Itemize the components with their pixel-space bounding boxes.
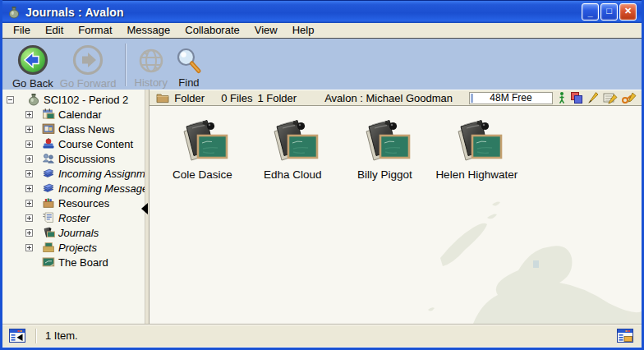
- course-tree-panel: SCI102 - Period 2 Calendar Class News Co…: [2, 90, 145, 324]
- tree-item-class-news[interactable]: Class News: [2, 122, 145, 136]
- member-person-icon[interactable]: [558, 91, 566, 104]
- file-count: 0 Files: [221, 92, 252, 104]
- history-globe-icon: [136, 46, 166, 76]
- minimize-button[interactable]: _: [582, 3, 599, 21]
- tree-item-journals[interactable]: Journals: [2, 225, 145, 240]
- layers-icon[interactable]: [570, 91, 583, 104]
- go-forward-icon: [71, 44, 104, 76]
- tree-label: Resources: [58, 197, 109, 210]
- menu-file[interactable]: File: [6, 23, 38, 38]
- free-space-gauge: 48M Free: [469, 92, 553, 104]
- people-icon: [42, 152, 55, 165]
- roster-list-icon: [42, 211, 55, 224]
- maximize-button[interactable]: □: [600, 3, 618, 21]
- find-magnifier-icon: [174, 46, 204, 76]
- find-label: Find: [178, 76, 199, 89]
- tree-label: Journals: [58, 227, 99, 239]
- expand-plus-icon[interactable]: [25, 244, 33, 251]
- menu-collaborate[interactable]: Collaborate: [177, 23, 247, 38]
- tree-label: Course Content: [58, 138, 133, 150]
- folder-count: 1 Folder: [257, 92, 297, 104]
- toggle-left-panel-icon[interactable]: [9, 329, 25, 343]
- tree-label: Class News: [58, 123, 115, 136]
- toolbar-separator: [125, 44, 126, 86]
- go-back-label: Go Back: [12, 77, 53, 90]
- folder-info-bar: Folder 0 Files 1 Folder Avalon : Michael…: [150, 90, 642, 106]
- go-back-button[interactable]: Go Back: [9, 42, 57, 91]
- tree-item-projects[interactable]: Projects: [2, 240, 145, 255]
- maximize-icon: □: [606, 7, 612, 16]
- journal-item-helen-highwater[interactable]: Helen Highwater: [427, 117, 526, 181]
- expand-plus-icon[interactable]: [25, 200, 33, 207]
- tree-item-calendar[interactable]: Calendar: [2, 107, 145, 122]
- menu-message[interactable]: Message: [120, 23, 178, 38]
- window-titlebar[interactable]: Journals : Avalon _ □ ✕: [2, 0, 642, 23]
- folder-type-label: Folder: [174, 92, 205, 104]
- toolbar: Go Back Go Forward History Find: [2, 39, 642, 90]
- map-watermark: [395, 188, 642, 324]
- go-forward-label: Go Forward: [60, 77, 117, 90]
- expand-plus-icon[interactable]: [25, 170, 33, 177]
- journal-book-icon: [266, 117, 319, 165]
- menu-bar: File Edit Format Message Collaborate Vie…: [2, 23, 642, 39]
- journal-name-label: Edha Cloud: [264, 168, 322, 181]
- journal-book-icon: [358, 117, 411, 165]
- chalkboard-icon: [42, 256, 55, 269]
- tree-item-resources[interactable]: Resources: [2, 196, 145, 210]
- go-forward-button[interactable]: Go Forward: [57, 42, 120, 91]
- journal-item-cole-dasice[interactable]: Cole Dasice: [153, 117, 251, 181]
- history-button[interactable]: History: [131, 42, 171, 90]
- menu-help[interactable]: Help: [285, 23, 322, 38]
- close-icon: ✕: [624, 7, 632, 16]
- tree-item-the-board[interactable]: The Board: [2, 255, 145, 269]
- tree-label: Incoming Assignments: [58, 168, 145, 180]
- pencil-icon[interactable]: [587, 91, 599, 104]
- expand-plus-icon[interactable]: [25, 126, 33, 133]
- server-user-label: Avalon : Michael Goodman: [324, 92, 453, 104]
- tree-item-course-root[interactable]: SCI102 - Period 2: [2, 92, 145, 107]
- journal-item-edha-cloud[interactable]: Edha Cloud: [243, 117, 342, 181]
- tree-item-roster[interactable]: Roster: [2, 210, 145, 225]
- minimize-icon: _: [587, 8, 592, 17]
- edit-notepad-icon[interactable]: [603, 91, 618, 104]
- expand-plus-icon[interactable]: [25, 214, 33, 222]
- collapse-expander-icon[interactable]: [7, 96, 14, 104]
- tree-item-course-content[interactable]: Course Content: [2, 136, 145, 151]
- tree-label: Projects: [58, 242, 97, 254]
- menu-format[interactable]: Format: [71, 23, 119, 38]
- app-window: Journals : Avalon _ □ ✕ File Edit Format…: [0, 0, 644, 350]
- tree-item-incoming-assignments[interactable]: Incoming Assignments: [2, 166, 145, 181]
- tree-item-incoming-messages[interactable]: Incoming Messages: [2, 181, 145, 196]
- collapse-panel-arrow-icon[interactable]: [141, 203, 148, 214]
- go-back-icon: [16, 44, 49, 76]
- key-pen-icon[interactable]: [622, 91, 637, 104]
- journal-book-icon: [42, 226, 55, 239]
- expand-plus-icon[interactable]: [25, 155, 33, 163]
- tree-label: Incoming Messages: [58, 182, 145, 195]
- free-space-label: 48M Free: [490, 92, 531, 104]
- status-separator: [35, 329, 37, 343]
- tree-label: The Board: [58, 256, 108, 269]
- main-panel: Folder 0 Files 1 Folder Avalon : Michael…: [150, 90, 642, 324]
- expand-plus-icon[interactable]: [25, 111, 33, 118]
- expand-plus-icon[interactable]: [25, 140, 33, 148]
- book-stack-icon: [42, 167, 55, 180]
- folder-icon: [156, 92, 169, 104]
- tree-label: Discussions: [58, 153, 115, 165]
- expand-plus-icon[interactable]: [25, 185, 33, 192]
- status-bar: 1 Item.: [2, 324, 642, 347]
- menu-view[interactable]: View: [247, 23, 285, 38]
- close-button[interactable]: ✕: [619, 3, 637, 21]
- toggle-right-panel-icon[interactable]: [617, 329, 633, 343]
- journal-book-icon: [176, 117, 228, 165]
- find-button[interactable]: Find: [171, 42, 207, 90]
- menu-edit[interactable]: Edit: [38, 23, 71, 38]
- tree-label: Roster: [58, 212, 90, 224]
- history-label: History: [135, 76, 168, 89]
- journal-book-icon: [450, 117, 503, 165]
- expand-plus-icon[interactable]: [25, 229, 33, 237]
- book-stack-icon: [42, 182, 55, 195]
- tree-item-discussions[interactable]: Discussions: [2, 151, 145, 166]
- journal-item-billy-piggot[interactable]: Billy Piggot: [335, 117, 434, 181]
- window-title: Journals : Avalon: [25, 6, 582, 19]
